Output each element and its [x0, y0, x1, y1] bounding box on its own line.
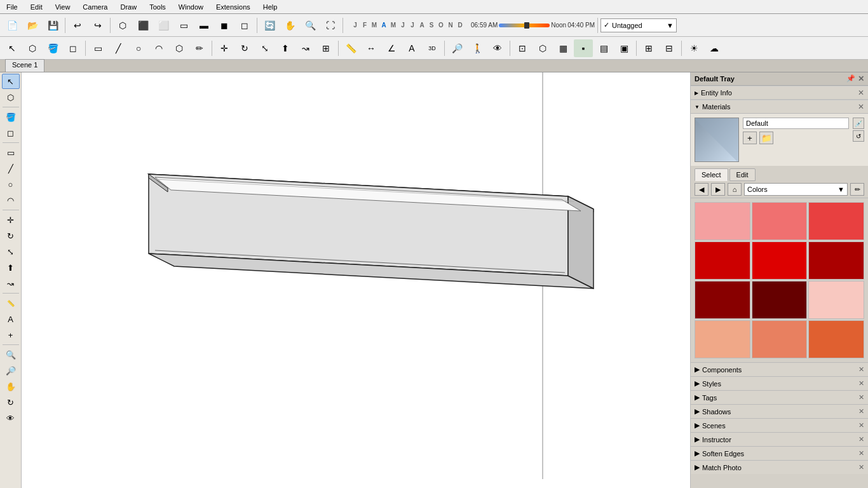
color-cell-5[interactable]: [752, 241, 808, 280]
toolbar-arc2[interactable]: ◠: [149, 39, 168, 57]
toolbar-text2[interactable]: A: [402, 39, 421, 57]
toolbar-zoomextents[interactable]: ⛶: [321, 17, 340, 34]
tool-rectangle[interactable]: ▭: [2, 145, 20, 160]
tool-paint[interactable]: 🪣: [2, 109, 20, 125]
nav-back-btn[interactable]: ◀: [695, 183, 709, 196]
menu-item-view[interactable]: View: [51, 2, 74, 12]
toolbar-angle[interactable]: ∠: [382, 39, 401, 57]
section-header-1[interactable]: ▶ Styles ✕: [691, 377, 868, 390]
material-name-input[interactable]: [743, 118, 849, 129]
nav-home-btn[interactable]: ⌂: [728, 183, 742, 196]
section-close-icon-0[interactable]: ✕: [858, 365, 864, 374]
color-cell-9[interactable]: [808, 281, 864, 319]
pin-icon[interactable]: 📌: [846, 74, 855, 83]
tool-circle[interactable]: ○: [2, 177, 20, 192]
section-close-icon-6[interactable]: ✕: [858, 449, 864, 458]
toolbar-undo[interactable]: ↩: [68, 17, 87, 34]
toolbar-walkthrough[interactable]: 🚶: [468, 39, 487, 57]
toolbar-iso[interactable]: ⬡: [113, 17, 132, 34]
nav-forward-btn[interactable]: ▶: [711, 183, 725, 196]
color-cell-7[interactable]: [695, 281, 750, 319]
toolbar-redo[interactable]: ↪: [88, 17, 107, 34]
color-cell-3[interactable]: [808, 202, 864, 240]
entity-info-close-icon[interactable]: ✕: [858, 88, 864, 97]
toolbar-shadows2[interactable]: ☀: [684, 39, 703, 57]
toolbar-line2[interactable]: ╱: [109, 39, 128, 57]
toolbar-followme[interactable]: ↝: [296, 39, 315, 57]
color-cell-4[interactable]: [695, 241, 750, 280]
tool-lookaround2[interactable]: 👁: [2, 410, 20, 426]
tool-tape[interactable]: 📏: [2, 295, 20, 311]
material-sample-btn[interactable]: 💉: [853, 118, 864, 129]
colors-dropdown[interactable]: Colors ▼: [744, 183, 848, 196]
toolbar-shaded[interactable]: ▪: [574, 39, 593, 57]
toolbar-paint2[interactable]: 🪣: [43, 39, 62, 57]
menu-item-window[interactable]: Window: [175, 2, 207, 12]
toolbar-circle2[interactable]: ○: [129, 39, 148, 57]
color-cell-12[interactable]: [808, 320, 864, 358]
color-cell-6[interactable]: [808, 241, 864, 280]
toolbar-hidden[interactable]: ▦: [553, 39, 573, 57]
toolbar-zoomwindow2[interactable]: 🔎: [447, 39, 466, 57]
color-cell-2[interactable]: [752, 202, 808, 240]
toolbar-save[interactable]: 💾: [43, 17, 62, 34]
toolbar-lookaround[interactable]: 👁: [488, 39, 507, 57]
tool-text[interactable]: A: [2, 311, 20, 327]
toolbar-rotate2[interactable]: ↻: [235, 39, 254, 57]
tool-zoom3[interactable]: 🔍: [2, 347, 20, 362]
section-header-5[interactable]: ▶ Instructor ✕: [691, 433, 868, 446]
section-header-0[interactable]: ▶ Components ✕: [691, 363, 868, 376]
toolbar-xray[interactable]: ⊡: [513, 39, 532, 57]
toolbar-eraser2[interactable]: ◻: [64, 39, 83, 57]
toolbar-top[interactable]: ⬛: [133, 17, 153, 34]
select-tab[interactable]: Select: [695, 168, 728, 181]
toolbar-pan2[interactable]: ✋: [280, 17, 299, 34]
toolbar-open[interactable]: 📂: [23, 17, 42, 34]
section-close-icon-3[interactable]: ✕: [858, 407, 864, 416]
toolbar-fog[interactable]: ☁: [705, 39, 724, 57]
toolbar-dimension[interactable]: ↔: [362, 39, 381, 57]
toolbar-component2[interactable]: ⬡: [23, 39, 42, 57]
menu-item-file[interactable]: File: [3, 2, 22, 12]
section-header-6[interactable]: ▶ Soften Edges ✕: [691, 447, 868, 460]
toolbar-left2[interactable]: ◼: [215, 17, 234, 34]
toolbar-intersect[interactable]: ⊞: [316, 39, 336, 57]
toolbar-sections[interactable]: ⊞: [639, 39, 658, 57]
toolbar-3dtext[interactable]: 3D: [423, 39, 442, 57]
section-header-2[interactable]: ▶ Tags ✕: [691, 391, 868, 404]
section-close-icon-7[interactable]: ✕: [858, 463, 864, 471]
menu-item-extensions[interactable]: Extensions: [212, 2, 254, 12]
materials-close-icon[interactable]: ✕: [858, 102, 864, 111]
toolbar-scale2[interactable]: ⤡: [255, 39, 275, 57]
tool-pan3[interactable]: ✋: [2, 379, 20, 394]
edit-tab[interactable]: Edit: [729, 168, 756, 181]
material-reset-btn[interactable]: ↺: [853, 130, 864, 142]
toolbar-new[interactable]: 📄: [3, 17, 22, 34]
layer-dropdown[interactable]: ✓ Untagged ▼: [600, 18, 677, 32]
scene-tab-1[interactable]: Scene 1: [5, 59, 44, 72]
menu-item-camera[interactable]: Camera: [79, 2, 111, 12]
tool-line[interactable]: ╱: [2, 161, 20, 176]
sun-slider[interactable]: [499, 24, 550, 27]
section-close-icon-2[interactable]: ✕: [858, 393, 864, 402]
color-cell-8[interactable]: [752, 281, 808, 319]
pencil-btn[interactable]: ✏: [850, 183, 864, 196]
tool-arc[interactable]: ◠: [2, 193, 20, 208]
section-header-7[interactable]: ▶ Match Photo ✕: [691, 461, 868, 474]
canvas-area[interactable]: [22, 72, 690, 488]
section-close-icon-5[interactable]: ✕: [858, 435, 864, 444]
toolbar-right[interactable]: ▭: [174, 17, 193, 34]
toolbar-bottom[interactable]: ◻: [235, 17, 254, 34]
menu-item-edit[interactable]: Edit: [27, 2, 46, 12]
material-add-btn[interactable]: +: [743, 132, 757, 144]
tool-eraser[interactable]: ◻: [2, 125, 20, 140]
materials-section-header[interactable]: ▼ Materials ✕: [691, 100, 868, 114]
color-cell-1[interactable]: [695, 202, 750, 240]
toolbar-orbit[interactable]: 🔄: [260, 17, 279, 34]
menu-item-tools[interactable]: Tools: [146, 2, 170, 12]
toolbar-zoom2[interactable]: 🔍: [301, 17, 320, 34]
tool-pushpull[interactable]: ⬆: [2, 260, 20, 275]
toolbar-textured[interactable]: ▤: [594, 39, 613, 57]
menu-item-draw[interactable]: Draw: [116, 2, 140, 12]
section-close-icon-4[interactable]: ✕: [858, 421, 864, 430]
